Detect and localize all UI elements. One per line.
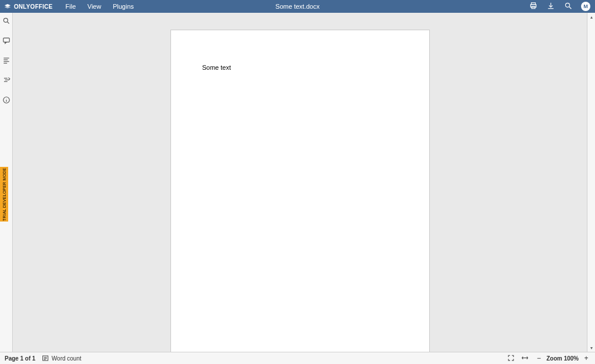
comment-icon: [2, 37, 10, 47]
download-icon: [547, 2, 555, 11]
download-button[interactable]: [546, 2, 555, 11]
menu-view[interactable]: View: [81, 0, 107, 13]
tool-headings[interactable]: [1, 56, 12, 67]
zoom-in-button[interactable]: +: [582, 354, 590, 362]
page-body[interactable]: Some text: [171, 30, 429, 105]
search-button[interactable]: [564, 2, 573, 11]
search-icon: [2, 17, 10, 27]
brand-logo-icon: [3, 2, 12, 10]
statusbar-left: Page 1 of 1 Word count: [5, 354, 81, 362]
paragraph-icon: [2, 76, 10, 87]
menu-plugins[interactable]: Plugins: [107, 0, 140, 13]
document-title: Some text.docx: [276, 3, 320, 10]
scroll-down-arrow-icon[interactable]: ▾: [587, 344, 595, 352]
body-text: Some text: [202, 64, 231, 71]
svg-point-4: [3, 18, 8, 22]
page-count[interactable]: Page 1 of 1: [5, 355, 35, 362]
fit-page-button[interactable]: [507, 354, 515, 362]
statusbar: Page 1 of 1 Word count −: [0, 352, 595, 364]
fit-width-icon: [521, 354, 529, 363]
headings-icon: [2, 56, 10, 67]
fit-page-icon: [507, 354, 515, 363]
svg-rect-5: [3, 38, 9, 42]
tool-find[interactable]: [1, 16, 12, 28]
trial-badge: TRIAL DEVELOPER MODE: [0, 167, 8, 222]
statusbar-right: − Zoom 100% +: [507, 354, 590, 362]
search-icon: [564, 2, 572, 11]
zoom-controls: − Zoom 100% +: [535, 354, 590, 362]
wordcount-label: Word count: [52, 355, 81, 362]
print-button[interactable]: [529, 2, 538, 11]
menubar-right: M: [529, 2, 595, 11]
main: TRIAL DEVELOPER MODE: [0, 13, 595, 352]
vertical-scrollbar[interactable]: ▴ ▾: [587, 13, 595, 352]
page: Some text: [171, 30, 429, 352]
menu-file[interactable]: File: [60, 0, 82, 13]
tool-comments[interactable]: [1, 36, 12, 48]
document-canvas[interactable]: Some text: [13, 13, 587, 352]
tool-paragraph[interactable]: [1, 76, 12, 87]
zoom-out-button[interactable]: −: [535, 354, 543, 362]
svg-point-3: [565, 3, 569, 7]
fit-width-button[interactable]: [521, 354, 529, 362]
print-icon: [529, 2, 537, 11]
user-avatar[interactable]: M: [581, 2, 590, 11]
tool-about[interactable]: [1, 95, 12, 107]
menubar: ONLYOFFICE File View Plugins Some text.d…: [0, 0, 595, 13]
wordcount-button[interactable]: Word count: [41, 354, 81, 362]
scroll-up-arrow-icon[interactable]: ▴: [587, 13, 595, 21]
menu-list: File View Plugins: [60, 0, 140, 13]
minus-icon: −: [537, 354, 541, 362]
brand-text: ONLYOFFICE: [14, 3, 53, 10]
zoom-label[interactable]: Zoom 100%: [546, 355, 579, 362]
wordcount-icon: [41, 354, 49, 362]
brand: ONLYOFFICE: [0, 2, 53, 10]
plus-icon: +: [584, 354, 588, 362]
info-icon: [2, 96, 10, 106]
